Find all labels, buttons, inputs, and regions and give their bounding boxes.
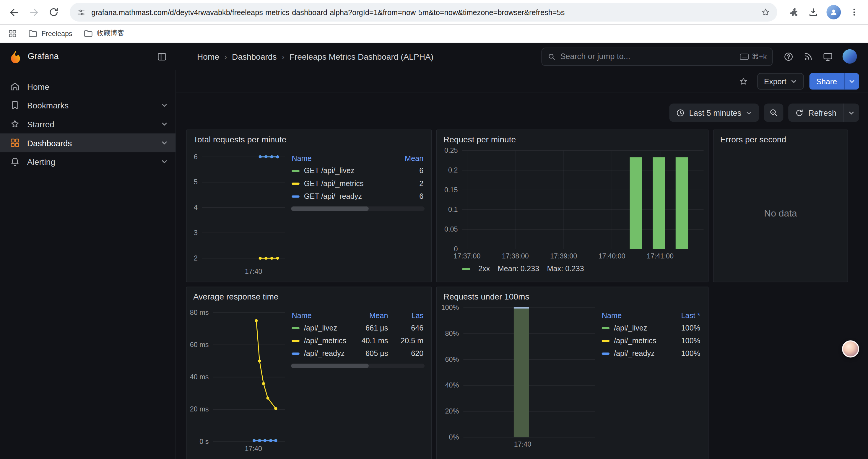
rss-icon[interactable] (803, 52, 813, 61)
legend-header-last-[interactable]: Last * (666, 310, 701, 321)
bell-icon (9, 156, 20, 167)
address-bar[interactable]: grafana.mathmast.com/d/deytv4rwavabkb/fr… (70, 3, 777, 22)
legend-table-average-response: NameMeanLas/api/_livez661 µs646/api/_met… (289, 302, 431, 459)
series-name[interactable]: /api/_metrics (614, 336, 656, 345)
search-input[interactable]: Search or jump to... ⌘+k (541, 47, 773, 66)
sidebar-item-alerting[interactable]: Alerting (0, 152, 176, 171)
time-range-picker[interactable]: Last 5 minutes (669, 103, 759, 122)
panel-title[interactable]: Requests under 100ms (437, 287, 708, 302)
forward-icon (28, 6, 39, 18)
user-avatar[interactable] (843, 49, 857, 64)
chart-total-requests: 2345617:40 (186, 145, 289, 278)
share-button[interactable]: Share (809, 73, 859, 89)
legend-header-mean[interactable]: Mean (389, 153, 425, 164)
legend-header-name[interactable]: Name (291, 310, 354, 321)
scrollbar-thumb[interactable] (291, 364, 369, 368)
scrollbar-thumb[interactable] (291, 206, 369, 211)
search-icon (548, 52, 556, 61)
panel-title[interactable]: Errors per second (713, 130, 847, 145)
panel-left-icon (157, 51, 167, 62)
help-icon[interactable] (783, 51, 794, 62)
apps-grid-icon[interactable] (8, 29, 17, 38)
download-icon (808, 6, 819, 18)
bookmark-folder-freeleaps[interactable]: Freeleaps (28, 29, 72, 37)
back-button[interactable] (4, 3, 23, 22)
url-text[interactable]: grafana.mathmast.com/d/deytv4rwavabkb/fr… (91, 8, 755, 16)
favorite-star-icon[interactable] (735, 73, 752, 89)
share-menu-caret[interactable] (844, 73, 859, 89)
assistant-avatar[interactable] (842, 340, 859, 357)
legend-scrollbar[interactable] (291, 206, 425, 211)
chevron-down-icon[interactable] (161, 102, 167, 108)
forward-button[interactable] (24, 3, 43, 22)
refresh-icon (795, 108, 804, 117)
bookmark-folder-label: 收藏博客 (97, 29, 124, 38)
extensions-button[interactable] (784, 3, 803, 22)
svg-text:0.1: 0.1 (448, 205, 458, 213)
legend-header-mean[interactable]: Mean (354, 310, 389, 321)
chevron-down-icon (848, 109, 855, 116)
panel-requests-under-100ms: Requests under 100ms 0%20%40%60%80%100%1… (436, 287, 709, 459)
series-value: 100% (666, 334, 701, 347)
legend-header-las[interactable]: Las (389, 310, 425, 321)
reload-button[interactable] (44, 3, 63, 22)
bookmark-folder-blogs[interactable]: 收藏博客 (83, 29, 124, 38)
legend-header-name[interactable]: Name (601, 310, 666, 321)
series-color-dash (602, 340, 610, 342)
breadcrumb-item[interactable]: Dashboards (232, 52, 277, 61)
profile-avatar[interactable] (826, 5, 841, 20)
series-2xx[interactable]: 2xx (462, 265, 490, 273)
clock-icon (676, 108, 685, 117)
series-color-dash (291, 170, 299, 172)
bookmark-icon (9, 100, 20, 110)
svg-text:0: 0 (454, 245, 458, 253)
panel-title[interactable]: Total requests per minute (186, 130, 431, 145)
sidebar-item-starred[interactable]: Starred (0, 114, 176, 133)
series-name[interactable]: GET /api/_livez (304, 167, 354, 175)
export-button[interactable]: Export (757, 73, 804, 89)
legend-scrollbar[interactable] (291, 364, 425, 368)
series-name[interactable]: /api/_readyz (304, 349, 345, 357)
zoom-out-button[interactable] (764, 103, 783, 122)
downloads-button[interactable] (804, 3, 823, 22)
sidebar-nav: HomeBookmarksStarredDashboardsAlerting (0, 77, 176, 171)
sidebar-item-bookmarks[interactable]: Bookmarks (0, 96, 176, 114)
sidebar-item-home[interactable]: Home (0, 77, 176, 96)
series-color-dash (291, 340, 299, 342)
grafana-app: Grafana Home›Dashboards›Freeleaps Metric… (0, 43, 868, 459)
chevron-down-icon[interactable] (161, 121, 167, 127)
sidebar-toggle[interactable] (157, 51, 167, 62)
panel-title[interactable]: Average response time (186, 287, 431, 302)
breadcrumb-item[interactable]: Home (197, 52, 219, 61)
series-name[interactable]: GET /api/_metrics (304, 179, 364, 188)
svg-text:80%: 80% (445, 330, 459, 337)
legend-header-name[interactable]: Name (291, 153, 390, 164)
series-name[interactable]: /api/_livez (304, 324, 337, 332)
chevron-down-icon[interactable] (161, 139, 167, 146)
panel-title[interactable]: Request per minute (437, 130, 708, 145)
breadcrumb-item[interactable]: Freeleaps Metrics Dashboard (ALPHA) (289, 52, 433, 61)
search-placeholder: Search or jump to... (560, 52, 735, 61)
breadcrumb-separator: › (224, 52, 227, 61)
refresh-button[interactable]: Refresh (788, 103, 859, 122)
series-max: Max: 0.233 (547, 265, 584, 273)
bookmarks-bar: Freeleaps 收藏博客 (0, 24, 868, 43)
refresh-interval-caret[interactable] (843, 103, 859, 122)
menu-button[interactable] (845, 3, 864, 22)
grafana-logo[interactable] (9, 50, 22, 63)
series-name[interactable]: /api/_livez (614, 324, 647, 332)
series-name[interactable]: /api/_metrics (304, 336, 346, 345)
svg-text:0 s: 0 s (199, 438, 209, 446)
chevron-down-icon[interactable] (161, 158, 167, 165)
series-value: 100% (666, 322, 701, 334)
sidebar-item-dashboards[interactable]: Dashboards (0, 133, 176, 153)
series-name[interactable]: GET /api/_readyz (304, 192, 362, 200)
monitor-icon[interactable] (823, 51, 833, 62)
back-icon (8, 6, 20, 18)
bookmark-star-icon[interactable] (761, 7, 771, 17)
series-color-dash (602, 353, 610, 355)
svg-text:17:40:00: 17:40:00 (598, 252, 625, 260)
series-name[interactable]: /api/_readyz (614, 349, 655, 357)
site-settings-icon[interactable] (76, 7, 86, 17)
zoom-out-icon (769, 108, 778, 117)
